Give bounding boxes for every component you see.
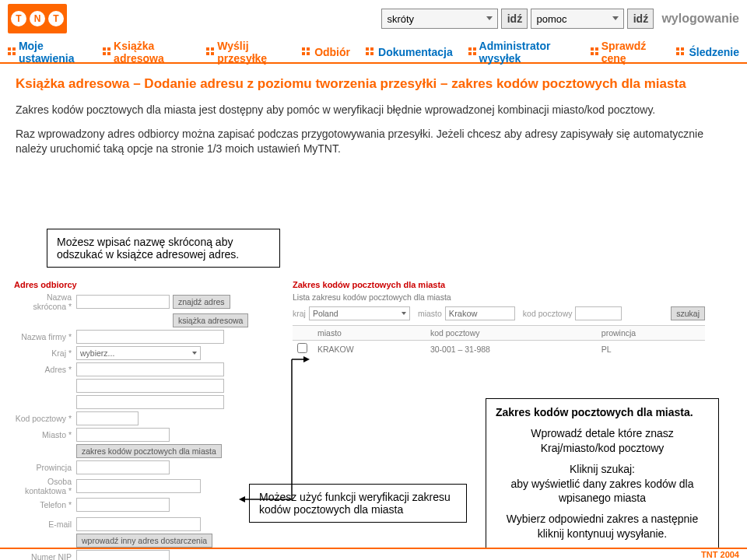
tnt-logo: T N T <box>8 4 67 33</box>
go-button-1[interactable]: idź <box>501 9 528 29</box>
label-province: Prowincja <box>14 463 76 472</box>
label-address: Adres * <box>14 365 76 374</box>
row-checkbox[interactable] <box>297 343 307 353</box>
content-area: Książka adresowa – Dodanie adresu z pozi… <box>0 64 747 173</box>
callout3-line4: Wybierz odpowiedni zakres a następnie kl… <box>496 512 709 541</box>
dots-icon <box>591 47 598 57</box>
find-address-button[interactable]: znajdź adres <box>173 295 230 309</box>
dots-icon <box>103 47 110 57</box>
callout-range-details: Zakres kodów pocztowych dla miasta. Wpro… <box>486 398 719 548</box>
address-input-1[interactable] <box>76 362 224 376</box>
col-postcode: kod pocztowy <box>426 326 597 341</box>
label-city: Miasto * <box>14 430 76 439</box>
other-delivery-button[interactable]: wprowadź inny adres dostarczenia <box>76 534 212 548</box>
company-input[interactable] <box>76 330 224 344</box>
label-country: Kraj * <box>14 348 76 358</box>
nav-send-shipment[interactable]: Wyślij przesyłkę <box>198 40 294 65</box>
label-phone: Telefon * <box>14 500 76 509</box>
shortcuts-label: skróty <box>387 13 414 25</box>
page-title: Książka adresowa – Dodanie adresu z pozi… <box>16 76 731 92</box>
dots-icon <box>8 47 16 57</box>
help-select[interactable]: pomoc <box>531 9 624 29</box>
dots-icon <box>366 47 375 57</box>
cell-postcode: 30-001 – 31-988 <box>426 341 597 358</box>
postcode-range-table: miasto kod pocztowy prowincja KRAKOW 30-… <box>293 325 705 357</box>
dots-icon <box>206 47 214 57</box>
city-input[interactable] <box>76 428 170 442</box>
logo-letter: T <box>48 11 64 26</box>
nav-admin[interactable]: Administrator wysyłek <box>461 40 583 65</box>
address-input-3[interactable] <box>76 395 224 409</box>
inline-label-city: miasto <box>418 309 442 318</box>
range-section-sub: Lista zakresu kodów pocztowych dla miast… <box>293 292 705 302</box>
callout3-title: Zakres kodów pocztowych dla miasta. <box>496 405 709 420</box>
table-row[interactable]: KRAKOW 30-001 – 31-988 PL <box>293 341 705 358</box>
postcode-input[interactable] <box>76 411 139 425</box>
arrow-icon <box>292 359 331 507</box>
dots-icon <box>676 47 686 57</box>
dots-icon <box>468 47 476 57</box>
cell-province: PL <box>597 341 705 358</box>
footer: TNT 2004 <box>0 548 747 560</box>
top-bar: T N T skróty idź pomoc idź wylogowanie <box>0 0 747 37</box>
province-input[interactable] <box>76 460 170 474</box>
range-country-select[interactable]: Poland <box>309 306 410 320</box>
logo-letter: N <box>30 11 45 26</box>
nav-my-settings[interactable]: Moje ustawienia <box>0 40 95 65</box>
help-label: pomoc <box>536 13 566 25</box>
shortcuts-select[interactable]: skróty <box>381 9 498 29</box>
label-postcode: Kod pocztowy * <box>14 414 76 423</box>
short-name-input[interactable] <box>76 295 170 309</box>
callout3-line1: Wprowadź detale które znasz Kraj/miasto/… <box>496 426 709 456</box>
range-postcode-input[interactable] <box>575 306 622 320</box>
inline-label-postcode: kod pocztowy <box>523 309 573 318</box>
email-input[interactable] <box>76 517 201 531</box>
go-button-2[interactable]: idź <box>627 9 654 29</box>
nav-collection[interactable]: Odbiór <box>294 46 358 58</box>
country-select[interactable]: wybierz... <box>76 346 201 360</box>
label-company: Nazwa firmy * <box>14 332 76 341</box>
callout-verify-range: Możesz użyć funkcji weryfikacji zakresu … <box>249 484 467 523</box>
nav-documentation[interactable]: Dokumentacja <box>358 46 461 58</box>
range-section-title: Zakres kodów pocztowych dla miasta <box>293 280 705 289</box>
logo-letter: T <box>11 11 26 26</box>
logout-link[interactable]: wylogowanie <box>661 12 739 26</box>
search-button[interactable]: szukaj <box>671 306 705 320</box>
range-city-input[interactable]: Krakow <box>445 306 515 320</box>
address-book-button[interactable]: książka adresowa <box>173 313 248 327</box>
callout-short-name: Możesz wpisać nazwę skróconą aby odszuka… <box>47 229 280 268</box>
phone-input[interactable] <box>76 498 170 512</box>
cell-city: KRAKOW <box>313 341 426 358</box>
nav-address-book[interactable]: Książka adresowa <box>95 40 198 65</box>
col-province: prowincja <box>597 326 705 341</box>
nav-check-price[interactable]: Sprawdź cenę <box>583 40 669 65</box>
postcode-range-panel: Zakres kodów pocztowych dla miasta Lista… <box>293 280 705 357</box>
contact-input[interactable] <box>76 479 201 493</box>
intro-para-2: Raz wprowadzony adres odbiorcy można zap… <box>16 127 731 156</box>
label-short-name: Nazwa skrócona * <box>14 292 76 311</box>
col-city: miasto <box>313 326 426 341</box>
dots-icon <box>302 47 311 57</box>
label-email: E-mail <box>14 520 76 529</box>
main-nav: Moje ustawienia Książka adresowa Wyślij … <box>0 42 747 64</box>
postcode-ranges-button[interactable]: zakres kodów pocztowych dla miasta <box>76 444 222 458</box>
address-input-2[interactable] <box>76 379 224 393</box>
label-contact: Osoba kontaktowa * <box>14 477 76 495</box>
nav-tracking[interactable]: Śledzenie <box>668 46 747 58</box>
callout3-line3: aby wyświetlić dany zakres kodów dla wpi… <box>496 477 709 506</box>
callout3-line2: Kliknij szukaj: <box>496 462 709 477</box>
inline-label-country: kraj <box>293 309 306 318</box>
intro-para-1: Zakres kodów pocztowych dla miasta jest … <box>16 103 731 117</box>
